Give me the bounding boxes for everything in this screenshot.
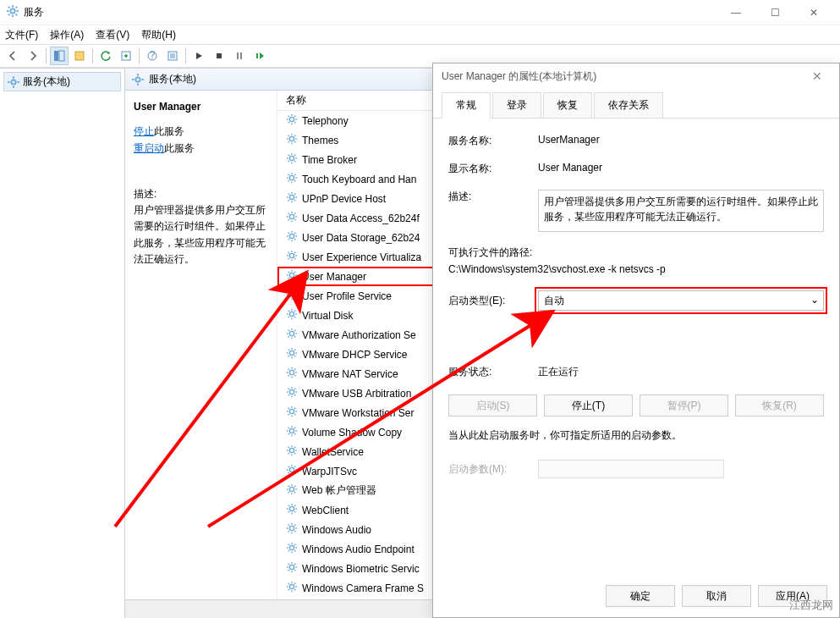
menu-file[interactable]: 文件(F) (5, 28, 38, 42)
restart-link[interactable]: 重启动 (134, 142, 164, 154)
menu-action[interactable]: 操作(A) (50, 28, 84, 42)
gear-icon (286, 308, 298, 323)
service-item-label: WalletService (302, 446, 364, 458)
view-detail-icon[interactable] (50, 47, 69, 65)
properties-icon[interactable] (163, 47, 182, 65)
svg-point-132 (289, 331, 294, 335)
svg-line-113 (288, 278, 289, 279)
svg-point-78 (289, 214, 294, 218)
svg-line-40 (294, 116, 295, 117)
export-icon[interactable] (117, 47, 135, 65)
svg-line-122 (288, 297, 289, 298)
maximize-button[interactable]: ☐ (755, 0, 794, 25)
svg-line-129 (294, 317, 295, 317)
view-list-icon[interactable] (70, 47, 89, 65)
svg-line-257 (288, 589, 289, 590)
svg-line-200 (288, 466, 289, 467)
gear-icon (286, 561, 298, 576)
stop-icon[interactable] (210, 47, 228, 65)
val-exe-path: C:\Windows\system32\svchost.exe -k netsv… (448, 263, 666, 275)
window-titlebar: 服务 — ☐ ✕ (0, 0, 840, 25)
svg-point-141 (289, 350, 294, 355)
svg-line-5 (8, 7, 10, 8)
svg-point-249 (289, 584, 294, 588)
refresh-icon[interactable] (96, 47, 115, 65)
svg-point-231 (289, 545, 294, 549)
desc-label: 描述: (134, 186, 268, 202)
svg-line-220 (294, 505, 295, 506)
lbl-display-name: 显示名称: (448, 162, 538, 176)
val-display-name: User Manager (538, 162, 824, 174)
restart-icon[interactable] (250, 47, 269, 65)
stop-link[interactable]: 停止 (134, 125, 154, 137)
play-icon[interactable] (189, 47, 208, 65)
selected-service-name: User Manager (134, 101, 268, 113)
svg-point-150 (289, 370, 294, 374)
close-button[interactable]: ✕ (794, 0, 833, 25)
svg-line-175 (294, 408, 295, 409)
gear-icon (286, 542, 298, 556)
svg-line-239 (288, 550, 289, 551)
minimize-button[interactable]: — (716, 0, 755, 25)
menu-help[interactable]: 帮助(H) (141, 28, 176, 42)
tab-logon[interactable]: 登录 (492, 92, 541, 118)
start-button: 启动(S) (448, 395, 537, 417)
svg-line-56 (288, 155, 289, 156)
svg-rect-19 (217, 53, 222, 58)
svg-line-50 (288, 141, 289, 142)
tree-node-services-local[interactable]: 服务(本地) (3, 72, 121, 91)
svg-point-186 (289, 448, 294, 452)
properties-dialog: User Manager 的属性(本地计算机) ✕ 常规 登录 恢复 依存关系 … (432, 63, 840, 618)
svg-line-211 (294, 486, 295, 487)
service-item-label: Windows Audio (302, 524, 371, 536)
gear-icon (286, 250, 298, 264)
gear-icon (286, 347, 298, 361)
svg-line-254 (288, 583, 289, 584)
gear-icon (286, 522, 298, 537)
svg-line-86 (288, 219, 289, 220)
gear-icon (286, 133, 298, 147)
svg-point-28 (135, 77, 140, 81)
lbl-service-name: 服务名称: (448, 134, 538, 148)
svg-point-240 (289, 565, 294, 569)
dialog-close-button[interactable]: ✕ (804, 69, 831, 83)
svg-line-59 (288, 161, 289, 162)
startup-type-select[interactable]: 自动 (538, 290, 824, 311)
svg-line-157 (294, 369, 295, 370)
svg-line-212 (288, 492, 289, 493)
svg-line-131 (288, 317, 289, 317)
svg-line-229 (294, 525, 295, 526)
back-button[interactable] (3, 47, 22, 65)
svg-line-130 (294, 311, 295, 312)
tab-recovery[interactable]: 恢复 (543, 92, 592, 118)
dialog-title: User Manager 的属性(本地计算机) (442, 69, 596, 84)
svg-line-111 (294, 278, 295, 279)
svg-line-155 (288, 369, 289, 370)
cancel-button[interactable]: 取消 (682, 585, 751, 607)
service-item-label: Time Broker (302, 154, 357, 166)
tree-panel: 服务(本地) (0, 69, 125, 618)
svg-line-47 (288, 135, 289, 136)
lbl-description: 描述: (448, 190, 538, 204)
svg-line-201 (294, 472, 295, 473)
svg-line-245 (288, 564, 289, 565)
ok-button[interactable]: 确定 (606, 585, 675, 607)
svg-line-173 (288, 408, 289, 409)
lbl-start-params: 启动参数(M): (448, 462, 538, 477)
val-description[interactable]: 用户管理器提供多用户交互所需要的运行时组件。如果停止此服务，某些应用程序可能无法… (538, 190, 824, 232)
pause-icon[interactable] (230, 47, 249, 65)
svg-line-74 (288, 194, 289, 195)
tab-general[interactable]: 常规 (442, 92, 491, 119)
svg-line-183 (294, 433, 295, 434)
stop-button[interactable]: 停止(T) (544, 395, 633, 417)
svg-point-177 (289, 428, 294, 433)
svg-line-137 (288, 330, 289, 331)
svg-point-42 (289, 136, 294, 141)
menu-view[interactable]: 查看(V) (96, 28, 129, 42)
tab-dependencies[interactable]: 依存关系 (594, 92, 663, 118)
val-service-name: UserManager (538, 134, 824, 146)
svg-line-93 (294, 239, 295, 240)
gear-icon (286, 230, 298, 245)
help-icon[interactable]: ? (143, 47, 162, 65)
forward-button[interactable] (24, 47, 42, 65)
